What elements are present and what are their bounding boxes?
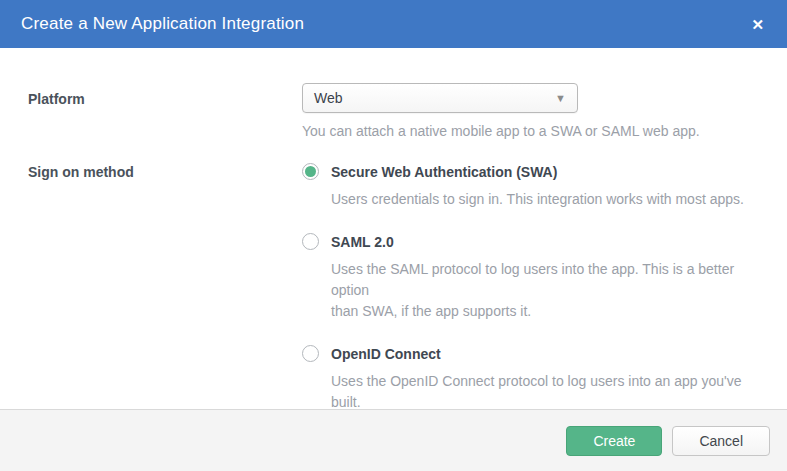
dropdown-caret-icon: ▼	[555, 93, 566, 104]
radio-option-description: Users credentials to sign in. This integ…	[331, 189, 767, 210]
radio-option-description: Uses the SAML protocol to log users into…	[331, 259, 767, 322]
radio-icon[interactable]	[302, 345, 319, 362]
radio-icon[interactable]	[302, 233, 319, 250]
radio-option-openid-header[interactable]: OpenID Connect	[302, 345, 767, 362]
sign-on-options: Secure Web Authentication (SWA) Users cr…	[302, 163, 767, 413]
platform-label: Platform	[28, 83, 302, 107]
sign-on-method-row: Sign on method Secure Web Authentication…	[28, 163, 767, 413]
create-button[interactable]: Create	[566, 426, 662, 456]
create-app-integration-dialog: Create a New Application Integration ✕ P…	[0, 0, 787, 471]
radio-dot	[305, 236, 316, 247]
close-icon[interactable]: ✕	[749, 15, 766, 34]
radio-option-swa-header[interactable]: Secure Web Authentication (SWA)	[302, 163, 767, 180]
radio-option-saml: SAML 2.0 Uses the SAML protocol to log u…	[302, 233, 767, 322]
radio-dot	[305, 348, 316, 359]
platform-field: Web ▼ You can attach a native mobile app…	[302, 83, 700, 139]
radio-option-label[interactable]: OpenID Connect	[331, 346, 441, 362]
platform-select-value: Web	[314, 90, 343, 106]
radio-option-saml-header[interactable]: SAML 2.0	[302, 233, 767, 250]
radio-dot	[305, 166, 316, 177]
dialog-footer: Create Cancel	[0, 409, 787, 471]
platform-helper-text: You can attach a native mobile app to a …	[302, 123, 700, 139]
cancel-button[interactable]: Cancel	[672, 426, 770, 456]
radio-icon[interactable]	[302, 163, 319, 180]
platform-select[interactable]: Web ▼	[302, 83, 578, 113]
dialog-title: Create a New Application Integration	[21, 14, 304, 34]
sign-on-method-label: Sign on method	[28, 163, 302, 180]
dialog-body: Platform Web ▼ You can attach a native m…	[0, 48, 787, 413]
platform-row: Platform Web ▼ You can attach a native m…	[28, 83, 767, 139]
radio-option-swa: Secure Web Authentication (SWA) Users cr…	[302, 163, 767, 210]
radio-option-description: Uses the OpenID Connect protocol to log …	[331, 371, 767, 413]
radio-option-openid: OpenID Connect Uses the OpenID Connect p…	[302, 345, 767, 413]
radio-option-label[interactable]: SAML 2.0	[331, 234, 394, 250]
radio-option-label[interactable]: Secure Web Authentication (SWA)	[331, 164, 557, 180]
dialog-header: Create a New Application Integration ✕	[0, 0, 787, 48]
